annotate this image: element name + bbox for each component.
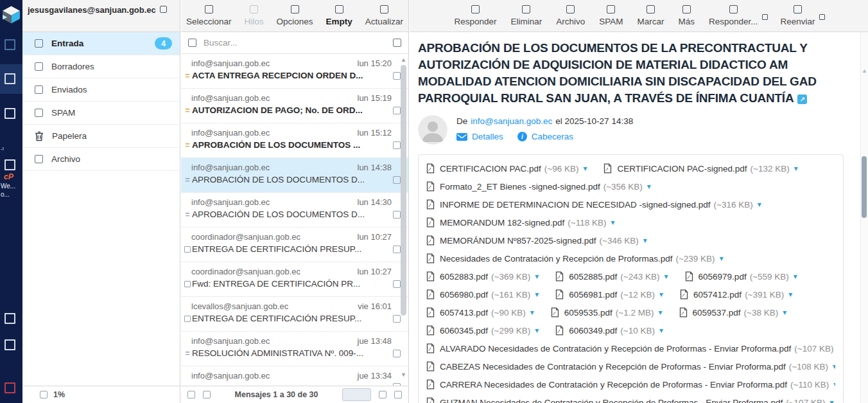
message-list-item[interactable]: info@sanjuan.gob.ec jue 13:48 RESOLUCIÓN… <box>181 332 408 366</box>
cpanel-logo-icon[interactable]: cP <box>4 172 13 181</box>
attachment-menu-caret-icon[interactable] <box>535 272 539 281</box>
attachment-menu-caret-icon[interactable] <box>647 182 651 191</box>
attachment-item[interactable]: 6056981.pdf (~12 KB) <box>555 289 663 300</box>
attachment-menu-caret-icon[interactable] <box>535 326 539 335</box>
reader-toolbar-button[interactable]: SPAM <box>599 5 623 26</box>
attachment-menu-caret-icon[interactable] <box>829 398 833 403</box>
rail-nav-icon[interactable] <box>4 339 15 350</box>
attachment-item[interactable]: CERTIFICACION PAC-signed.pdf (~132 KB) <box>603 163 797 174</box>
message-checkbox[interactable] <box>393 72 401 80</box>
attachment-item[interactable]: 6056979.pdf (~559 KB) <box>685 271 797 282</box>
rail-nav-icon[interactable] <box>4 313 15 324</box>
app-logo-icon[interactable] <box>1 4 22 27</box>
message-list-item[interactable]: info@sanjuan.gob.ec lun 15:12 APROBACIÓN… <box>181 123 408 158</box>
attachment-item[interactable]: Necesidades de Contratación y Recepción … <box>426 253 724 264</box>
message-list-item[interactable]: info@sanjuan.gob.ec lun 14:30 APROBACIÓN… <box>181 193 408 228</box>
attachment-item[interactable]: 6060349.pdf (~10 KB) <box>555 325 663 336</box>
open-in-new-window-icon[interactable] <box>797 94 807 104</box>
account-menu-icon[interactable] <box>160 6 167 13</box>
message-checkbox[interactable] <box>393 280 401 288</box>
folder-item[interactable]: Entrada 4 <box>22 32 180 55</box>
attachment-item[interactable]: 6056980.pdf (~161 KB) <box>426 289 539 300</box>
folder-item[interactable]: Enviados <box>22 78 180 102</box>
select-all-checkbox[interactable] <box>188 39 196 47</box>
attachment-item[interactable]: ALVARADO Necesidades de Contratación y R… <box>426 343 835 354</box>
attachment-menu-caret-icon[interactable] <box>643 236 647 245</box>
footer-nav-first-icon[interactable] <box>187 391 195 399</box>
attachment-menu-caret-icon[interactable] <box>530 308 534 317</box>
footer-nav-next-icon[interactable] <box>379 391 386 399</box>
reader-toolbar-button[interactable]: Eliminar <box>510 5 542 26</box>
attachment-item[interactable]: INFORME DE DETERMINACION DE NECESIDAD -s… <box>426 199 761 210</box>
attachment-item[interactable]: CARRERA Necesidades de Contratación y Re… <box>426 379 835 390</box>
attachment-menu-caret-icon[interactable] <box>788 290 792 299</box>
page-jump-input[interactable] <box>342 388 371 401</box>
attachment-item[interactable]: 6059535.pdf (~1.2 MB) <box>551 307 663 318</box>
attachment-menu-caret-icon[interactable] <box>664 272 668 281</box>
attachment-item[interactable]: 6052883.pdf (~369 KB) <box>426 271 539 282</box>
list-toolbar-button[interactable]: Empty <box>326 5 352 26</box>
headers-link[interactable]: Cabeceras <box>532 132 573 141</box>
reader-toolbar-button[interactable]: Archivo <box>556 5 585 26</box>
attachment-menu-caret-icon[interactable] <box>720 254 724 263</box>
list-scrollbar-thumb[interactable] <box>401 65 406 316</box>
message-checkbox[interactable] <box>393 246 401 253</box>
reader-toolbar-button[interactable]: Marcar <box>637 5 664 26</box>
rail-logout-icon[interactable] <box>4 382 15 393</box>
list-toolbar-button[interactable]: Actualizar <box>365 5 403 26</box>
message-list-item[interactable]: info@sanjuan.gob.ec lun 15:20 ACTA ENTRE… <box>181 54 408 89</box>
scroll-up-arrow-icon[interactable]: ▲ <box>862 67 867 74</box>
reader-scrollbar-thumb[interactable] <box>862 156 867 218</box>
list-toolbar-button[interactable]: Seleccionar <box>186 5 232 26</box>
folder-item[interactable]: Borradores <box>22 55 180 78</box>
search-input[interactable] <box>204 38 386 48</box>
message-list-item[interactable]: info@sanjuan.gob.ec lun 15:19 AUTORIZACI… <box>181 89 408 123</box>
details-link[interactable]: Detalles <box>472 132 503 141</box>
reader-toolbar-button[interactable]: Más <box>679 5 695 26</box>
attachment-item[interactable]: MEMORANDUM 182-signed.pdf (~118 KB) <box>426 217 615 228</box>
attachment-item[interactable]: CABEZAS Necesidades de Contratación y Re… <box>426 361 835 372</box>
message-checkbox[interactable] <box>393 315 401 323</box>
attachment-item[interactable]: 6057413.pdf (~90 KB) <box>426 307 534 318</box>
attachment-menu-caret-icon[interactable] <box>611 218 615 227</box>
attachment-menu-caret-icon[interactable] <box>833 380 835 389</box>
message-list-item[interactable]: info@sanjuan.gob.ec lun 14:38 APROBACIÓN… <box>181 158 408 193</box>
scroll-down-arrow-icon[interactable]: ▼ <box>401 372 406 378</box>
list-toolbar-button[interactable]: Opciones <box>276 5 313 26</box>
footer-nav-last-icon[interactable] <box>394 391 402 399</box>
attachment-item[interactable]: CERTIFICACION PAC.pdf (~96 KB) <box>426 163 587 174</box>
attachment-item[interactable]: Formato_2_ET Bienes -signed-signed.pdf (… <box>426 181 651 192</box>
attachment-menu-caret-icon[interactable] <box>833 362 835 371</box>
message-checkbox[interactable] <box>393 211 401 219</box>
attachment-item[interactable]: 6060345.pdf (~299 KB) <box>426 325 539 336</box>
attachment-item[interactable]: MEMORÁNDUM Nº857-2025-signed.pdf (~346 K… <box>426 235 647 246</box>
rail-nav-icon[interactable] <box>4 39 15 50</box>
sender-email-link[interactable]: info@sanjuan.gob.ec <box>471 116 552 126</box>
attachment-menu-caret-icon[interactable] <box>659 290 663 299</box>
attachment-item[interactable]: 6059537.pdf (~38 KB) <box>679 307 787 318</box>
message-list-item[interactable]: coordinador@sanjuan.gob.ec lun 10:27 ENT… <box>181 228 408 262</box>
attachment-menu-caret-icon[interactable] <box>794 272 797 281</box>
folder-item[interactable]: Papelera <box>22 125 180 148</box>
attachment-menu-caret-icon[interactable] <box>659 308 663 317</box>
reader-toolbar-button[interactable]: Responder... <box>709 5 767 26</box>
folder-item[interactable]: Archivo <box>22 148 180 171</box>
attachment-menu-caret-icon[interactable] <box>583 164 587 173</box>
message-checkbox[interactable] <box>393 350 401 357</box>
scroll-up-arrow-icon[interactable]: ▲ <box>401 57 406 63</box>
footer-nav-prev-icon[interactable] <box>203 391 211 399</box>
message-checkbox[interactable] <box>393 107 401 114</box>
attachment-menu-caret-icon[interactable] <box>794 164 798 173</box>
attachment-menu-caret-icon[interactable] <box>659 326 663 335</box>
reader-toolbar-button[interactable]: Reenviar <box>781 5 824 26</box>
attachment-item[interactable]: GUZMAN Necesidades de Contratación y Rec… <box>426 397 833 403</box>
attachment-menu-caret-icon[interactable] <box>535 290 539 299</box>
attachment-menu-caret-icon[interactable] <box>783 308 786 317</box>
search-options-icon[interactable] <box>393 39 401 47</box>
message-checkbox[interactable] <box>393 141 401 149</box>
message-list-item[interactable]: info@sanjuan.gob.ec jue 13:34 <box>181 366 408 386</box>
message-list-item[interactable]: coordinador@sanjuan.gob.ec lun 10:27 Fwd… <box>181 262 408 297</box>
reader-toolbar-button[interactable]: Responder <box>454 5 496 26</box>
rail-nav-icon[interactable] <box>4 159 15 170</box>
rail-nav-icon[interactable] <box>4 108 15 119</box>
